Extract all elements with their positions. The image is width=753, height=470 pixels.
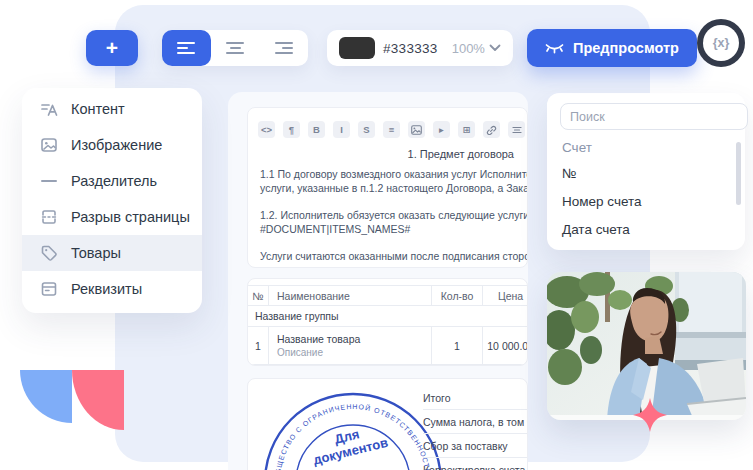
- cell-name: Название товара Описание: [269, 327, 432, 365]
- link-icon[interactable]: [483, 121, 500, 138]
- align-center-button[interactable]: [211, 30, 260, 66]
- col-header-name: Наименование: [269, 286, 432, 306]
- align-left-button[interactable]: [162, 30, 211, 66]
- screenshot-stage: + #333333 100% Предпросмотр {x}: [0, 0, 753, 470]
- paragraph-line: 1.1 По договору возмездного оказания усл…: [248, 167, 527, 181]
- product-description: Описание: [277, 347, 431, 358]
- list-icon[interactable]: ≡: [383, 121, 400, 138]
- color-hex-value: #333333: [383, 41, 438, 56]
- plus-icon: +: [106, 36, 118, 60]
- paragraph-line: #DOCUMENT|ITEMS_NAMES#: [248, 222, 527, 236]
- strikethrough-icon[interactable]: S: [358, 121, 375, 138]
- italic-icon[interactable]: I: [333, 121, 350, 138]
- image-icon: [40, 136, 58, 154]
- add-block-button[interactable]: +: [86, 30, 138, 66]
- menu-item-label: Разрыв страницы: [71, 209, 190, 225]
- variables-button[interactable]: {x}: [697, 19, 745, 67]
- totals-list: Итого Сумма налога, в том числе Сбор за …: [423, 386, 528, 470]
- align-left-icon: [177, 42, 195, 54]
- menu-item-label: Разделитель: [71, 173, 157, 189]
- cell-qty: 1: [432, 327, 483, 365]
- menu-item-label: Товары: [71, 245, 121, 261]
- contract-section-heading: 1. Предмет договора: [248, 138, 527, 160]
- document-editor-area: <> ¶ B I S ≡ ▸ ⊞ 1. Предмет договора 1: [228, 92, 528, 470]
- col-header-price: Цена: [483, 286, 529, 306]
- insert-menu: Контент Изображение Разделитель Разрыв с…: [22, 88, 202, 313]
- variables-icon: {x}: [703, 25, 739, 61]
- table-row: 1 Название товара Описание 1 10 000.00: [248, 327, 528, 365]
- cell-num: 1: [248, 327, 269, 365]
- decor-petal-blue: [20, 370, 72, 423]
- products-table-card[interactable]: № Наименование Кол-во Цена Название груп…: [247, 278, 528, 366]
- opacity-value: 100%: [452, 41, 485, 56]
- cell-price: 10 000.00: [483, 327, 529, 365]
- col-header-qty: Кол-во: [432, 286, 483, 306]
- menu-item-image[interactable]: Изображение: [22, 127, 202, 163]
- total-row-correction: Корректировка счета: [423, 458, 528, 470]
- requisites-icon: [40, 280, 58, 298]
- paragraph-line: Услуги считаются оказанными после подпис…: [248, 249, 527, 263]
- paragraph-line: 1.2. Исполнитель обязуется оказать следу…: [248, 208, 527, 222]
- page-break-icon: [40, 208, 58, 226]
- variables-panel: Счет № Номер счета Дата счета: [547, 93, 745, 250]
- align-right-button[interactable]: [259, 30, 308, 66]
- sparkle-decoration: [633, 398, 667, 432]
- menu-item-label: Контент: [71, 101, 125, 117]
- total-row-delivery-fee: Сбор за поставку: [423, 434, 528, 458]
- menu-item-label: Изображение: [71, 137, 162, 153]
- product-name: Название товара: [277, 333, 431, 345]
- group-row-label: Название группы: [248, 306, 528, 327]
- table-header-row: № Наименование Кол-во Цена: [248, 286, 528, 306]
- eye-closed-icon: [545, 42, 564, 55]
- menu-item-label: Реквизиты: [71, 281, 142, 297]
- paragraph-line: услуги, указанные в п.1.2 настоящего Дог…: [248, 181, 527, 195]
- decor-petal-pink: [72, 370, 124, 430]
- total-row-itogo: Итого: [423, 386, 528, 410]
- panel-scrollbar[interactable]: [736, 142, 741, 205]
- text-block-card[interactable]: <> ¶ B I S ≡ ▸ ⊞ 1. Предмет договора 1: [247, 107, 528, 268]
- insert-image-icon[interactable]: [408, 121, 425, 138]
- total-row-tax: Сумма налога, в том числе: [423, 410, 528, 434]
- bold-icon[interactable]: B: [308, 121, 325, 138]
- align-center-icon: [226, 42, 244, 54]
- typography-icon: [40, 100, 58, 118]
- search-input[interactable]: [560, 103, 748, 130]
- paragraph-icon[interactable]: ¶: [283, 121, 300, 138]
- totals-card[interactable]: ОБЩЕСТВО С ОГРАНИЧЕННОЙ ОТВЕТСТВЕННОСТЬЮ…: [247, 378, 528, 470]
- code-icon[interactable]: <>: [258, 121, 275, 138]
- variables-section-label: Счет: [562, 140, 592, 155]
- menu-item-requisites[interactable]: Реквизиты: [22, 271, 202, 307]
- rich-text-toolbar: <> ¶ B I S ≡ ▸ ⊞: [248, 108, 527, 138]
- divider-icon: [40, 172, 58, 190]
- color-picker-control[interactable]: #333333 100%: [327, 30, 513, 66]
- variable-item-number-sign[interactable]: №: [562, 166, 576, 181]
- tag-icon: [40, 244, 58, 262]
- alignment-toggle-group: [162, 30, 308, 66]
- color-swatch: [339, 37, 375, 59]
- table-icon[interactable]: ⊞: [458, 121, 475, 138]
- menu-item-content[interactable]: Контент: [22, 91, 202, 127]
- preview-button[interactable]: Предпросмотр: [527, 29, 697, 67]
- preview-button-label: Предпросмотр: [573, 40, 679, 56]
- video-icon[interactable]: ▸: [433, 121, 450, 138]
- menu-item-products[interactable]: Товары: [22, 235, 202, 271]
- align-right-icon: [275, 42, 293, 54]
- align-icon[interactable]: [508, 121, 525, 138]
- group-row: Название группы: [248, 306, 528, 327]
- variable-item-invoice-date[interactable]: Дата счета: [562, 222, 630, 237]
- col-header-num: №: [248, 286, 269, 306]
- menu-item-divider[interactable]: Разделитель: [22, 163, 202, 199]
- products-table: № Наименование Кол-во Цена Название груп…: [248, 285, 528, 365]
- menu-item-page-break[interactable]: Разрыв страницы: [22, 199, 202, 235]
- chevron-down-icon: [489, 44, 501, 52]
- variable-item-invoice-number[interactable]: Номер счета: [562, 194, 642, 209]
